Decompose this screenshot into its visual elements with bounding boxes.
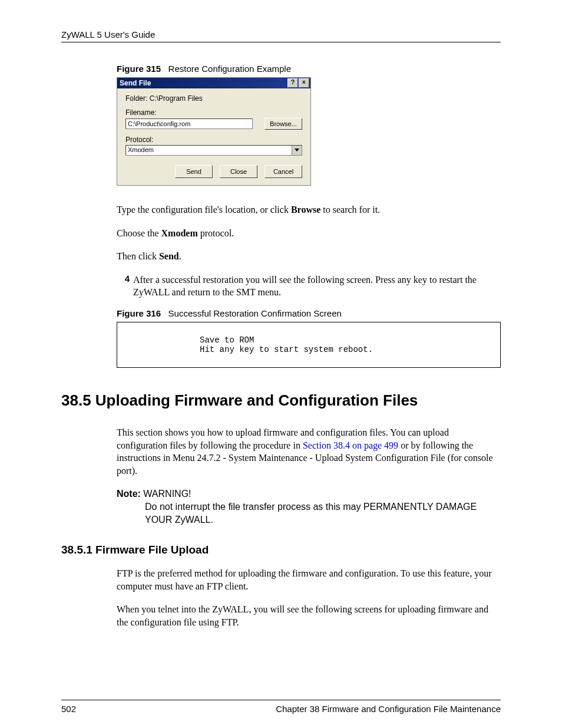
help-icon: ? (291, 79, 295, 85)
filename-label: Filename: (125, 108, 302, 117)
subsection-paragraph-2: When you telnet into the ZyWALL, you wil… (117, 603, 501, 628)
figure-316-caption: Figure 316 Successful Restoration Confir… (117, 308, 501, 318)
figure-316-label: Figure 316 (117, 308, 161, 318)
close-button[interactable]: Close (220, 165, 257, 178)
help-button[interactable]: ? (287, 78, 298, 88)
cancel-button[interactable]: Cancel (265, 165, 302, 178)
send-file-dialog: Send File ? × Folder: C:\Program Files F… (117, 77, 311, 186)
step-text: After a successful restoration you will … (133, 274, 501, 299)
note-label: Note: (117, 489, 141, 499)
section-paragraph: This section shows you how to upload fir… (117, 426, 501, 477)
paragraph-xmodem: Choose the Xmodem protocol. (117, 227, 501, 240)
browse-button[interactable]: Browse... (265, 118, 302, 130)
page-footer: 502 Chapter 38 Firmware and Configuratio… (61, 700, 501, 714)
chevron-down-icon (292, 146, 302, 155)
section-heading: 38.5 Uploading Firmware and Configuratio… (61, 391, 501, 410)
terminal-output: Save to ROM Hit any key to start system … (117, 322, 501, 368)
paragraph-browse: Type the configuration file's location, … (117, 203, 501, 216)
svg-marker-0 (295, 149, 299, 151)
figure-315-label: Figure 315 (117, 64, 161, 74)
folder-value: C:\Program Files (150, 94, 203, 103)
filename-input[interactable] (125, 118, 253, 129)
guide-title: ZyWALL 5 User's Guide (61, 29, 155, 39)
figure-316-title: Successful Restoration Confirmation Scre… (168, 308, 342, 318)
protocol-label: Protocol: (125, 136, 302, 144)
folder-display: Folder: C:\Program Files (125, 94, 302, 103)
note-warning-text: WARNING! (143, 489, 191, 499)
step-4: 4 After a successful restoration you wil… (117, 274, 501, 299)
subsection-heading: 38.5.1 Firmware File Upload (61, 543, 501, 556)
figure-315-caption: Figure 315 Restore Configuration Example (117, 64, 501, 74)
folder-label: Folder: (125, 94, 147, 103)
chapter-title: Chapter 38 Firmware and Configuration Fi… (97, 704, 501, 714)
dialog-title: Send File (120, 79, 287, 87)
paragraph-send: Then click Send. (117, 250, 501, 263)
page-number: 502 (61, 704, 97, 714)
figure-315-title: Restore Configuration Example (168, 64, 291, 74)
dialog-titlebar: Send File ? × (117, 78, 310, 88)
protocol-select[interactable]: Xmodem (125, 145, 302, 156)
step-number: 4 (117, 274, 133, 299)
close-window-button[interactable]: × (299, 78, 309, 88)
note-body: Do not interrupt the file transfer proce… (145, 500, 501, 526)
close-icon: × (302, 79, 306, 85)
xref-section-38-4[interactable]: Section 38.4 on page 499 (303, 440, 398, 450)
subsection-paragraph-1: FTP is the preferred method for uploadin… (117, 567, 501, 592)
send-button[interactable]: Send (175, 165, 213, 178)
note-warning: Note: WARNING! Do not interrupt the file… (117, 487, 501, 526)
protocol-value: Xmodem (126, 146, 292, 155)
page-header: ZyWALL 5 User's Guide (61, 29, 501, 42)
